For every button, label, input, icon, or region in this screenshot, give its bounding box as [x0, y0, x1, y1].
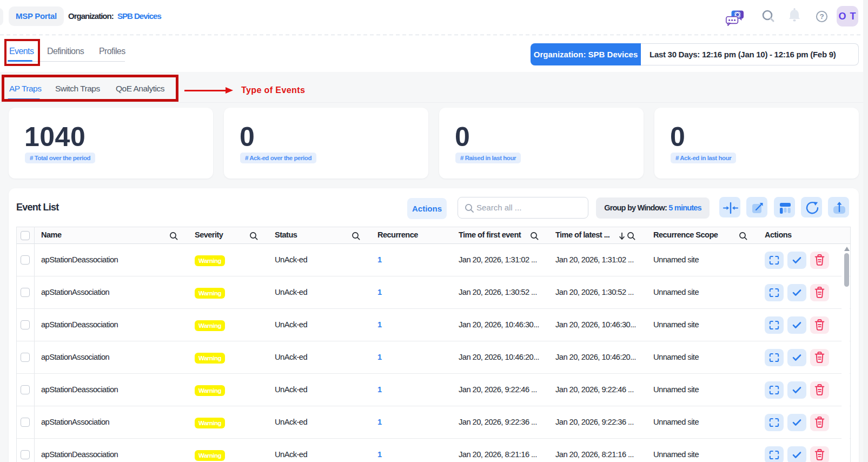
svg-text:?: ?	[819, 12, 824, 21]
